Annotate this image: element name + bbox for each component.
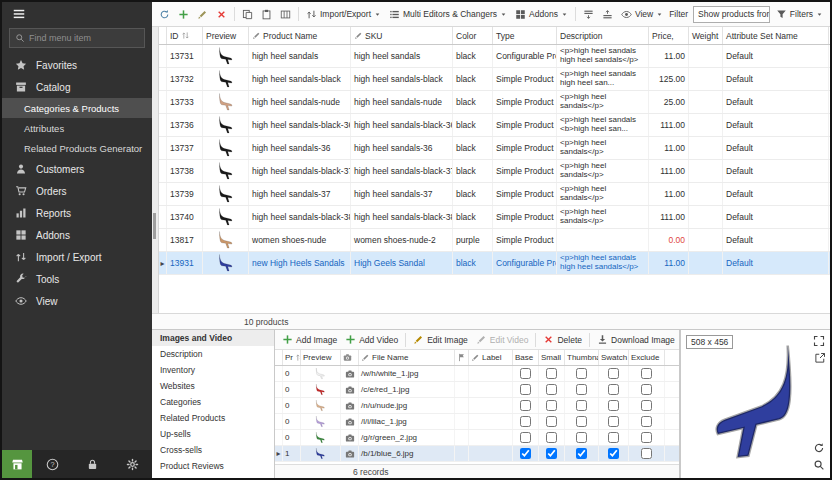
product-row-13736[interactable]: 13736high heel sandals-black-36high heel… bbox=[159, 114, 830, 137]
menu-icon[interactable] bbox=[12, 7, 26, 21]
sidebar-item-view[interactable]: View bbox=[2, 290, 152, 312]
column-header-label[interactable]: Label bbox=[469, 350, 513, 365]
product-row-13740[interactable]: 13740high heel sandals-black-38high heel… bbox=[159, 206, 830, 229]
tab-images-and-video[interactable]: Images and Video bbox=[152, 330, 274, 346]
swatch-checkbox[interactable] bbox=[608, 384, 619, 395]
image-row-6[interactable]: ▸1/b/1/blue_6.jpg bbox=[275, 446, 679, 462]
thumbnail-checkbox[interactable] bbox=[576, 400, 587, 411]
image-row-3[interactable]: 0/n/u/nude.jpg bbox=[275, 398, 679, 414]
edit-product-button[interactable] bbox=[194, 7, 211, 22]
image-row-5[interactable]: 0/g/r/green_2.jpg bbox=[275, 430, 679, 446]
filter-select[interactable]: Show products from selected categories bbox=[693, 6, 770, 23]
exclude-checkbox[interactable] bbox=[641, 448, 652, 459]
column-header-thumbna[interactable]: Thumbna bbox=[565, 350, 599, 365]
exclude-checkbox[interactable] bbox=[641, 384, 652, 395]
lock-icon[interactable] bbox=[72, 458, 112, 471]
add-product-button[interactable] bbox=[175, 7, 192, 22]
sidebar-item-customers[interactable]: Customers bbox=[2, 158, 152, 180]
menu-search[interactable] bbox=[9, 28, 145, 48]
sidebar-subitem-related-products-generator[interactable]: Related Products Generator bbox=[2, 138, 152, 158]
multi-editors-menu-button[interactable]: Multi Editors & Changers bbox=[386, 7, 510, 22]
column-header-preview[interactable]: Preview bbox=[203, 27, 249, 44]
exclude-checkbox[interactable] bbox=[641, 432, 652, 443]
base-checkbox[interactable] bbox=[520, 448, 531, 459]
collapse-all-button[interactable] bbox=[599, 7, 616, 22]
exclude-checkbox[interactable] bbox=[641, 368, 652, 379]
sidebar-item-addons[interactable]: Addons bbox=[2, 224, 152, 246]
thumbnail-checkbox[interactable] bbox=[576, 448, 587, 459]
fullscreen-icon[interactable] bbox=[813, 335, 825, 347]
gear-icon[interactable] bbox=[112, 458, 152, 471]
column-header-weight[interactable]: Weight bbox=[689, 27, 723, 44]
expand-all-button[interactable] bbox=[580, 7, 597, 22]
column-header-flag-icon[interactable] bbox=[455, 350, 469, 365]
column-chooser-button[interactable] bbox=[277, 7, 294, 22]
sidebar-item-orders[interactable]: Orders bbox=[2, 180, 152, 202]
delete-product-button[interactable] bbox=[213, 7, 230, 22]
sidebar-item-import-export[interactable]: Import / Export bbox=[2, 246, 152, 268]
tab-product-reviews[interactable]: Product Reviews bbox=[152, 458, 274, 474]
base-checkbox[interactable] bbox=[520, 384, 531, 395]
edit-video-button[interactable]: Edit Video bbox=[473, 333, 532, 346]
splitter-handle[interactable] bbox=[153, 213, 156, 239]
product-row-13737[interactable]: 13737high heel sandals-36high heel sanda… bbox=[159, 137, 830, 160]
swatch-checkbox[interactable] bbox=[608, 400, 619, 411]
edit-image-button[interactable]: Edit Image bbox=[410, 333, 471, 346]
column-header-small[interactable]: Small bbox=[539, 350, 565, 365]
exclude-checkbox[interactable] bbox=[641, 400, 652, 411]
sidebar-subitem-attributes[interactable]: Attributes bbox=[2, 118, 152, 138]
tab-inventory[interactable]: Inventory bbox=[152, 362, 274, 378]
open-external-icon[interactable] bbox=[814, 352, 826, 364]
filters-menu-button[interactable]: Filters bbox=[773, 7, 826, 22]
column-header-sku[interactable]: SKU bbox=[351, 27, 453, 44]
store-icon[interactable] bbox=[2, 450, 32, 478]
sidebar-item-reports[interactable]: Reports bbox=[2, 202, 152, 224]
view-menu-button[interactable]: View bbox=[618, 7, 666, 22]
column-header-color[interactable]: Color bbox=[453, 27, 493, 44]
sidebar-item-catalog[interactable]: Catalog bbox=[2, 76, 152, 98]
swatch-checkbox[interactable] bbox=[608, 448, 619, 459]
add-video-button[interactable]: Add Video bbox=[342, 333, 401, 346]
column-header-preview[interactable]: Preview bbox=[301, 350, 341, 365]
copy-button[interactable] bbox=[239, 7, 256, 22]
tab-description[interactable]: Description bbox=[152, 346, 274, 362]
panel-splitter[interactable] bbox=[152, 27, 159, 313]
column-header-pr[interactable]: Pr bbox=[283, 350, 301, 365]
base-checkbox[interactable] bbox=[520, 368, 531, 379]
image-row-4[interactable]: 0/l/i/lilac_1.jpg bbox=[275, 414, 679, 430]
download-image-button[interactable]: Download Image bbox=[594, 333, 678, 346]
thumbnail-checkbox[interactable] bbox=[576, 384, 587, 395]
product-row-13739[interactable]: 13739high heel sandals-37high heel sanda… bbox=[159, 183, 830, 206]
tab-up-sells[interactable]: Up-sells bbox=[152, 426, 274, 442]
swatch-checkbox[interactable] bbox=[608, 368, 619, 379]
product-row-13731[interactable]: 13731high heel sandalshigh heel sandalsb… bbox=[159, 45, 830, 68]
sidebar-subitem-categories-products[interactable]: Categories & Products bbox=[2, 98, 152, 118]
menu-search-input[interactable] bbox=[29, 33, 139, 43]
thumbnail-checkbox[interactable] bbox=[576, 416, 587, 427]
tab-cross-sells[interactable]: Cross-sells bbox=[152, 442, 274, 458]
column-header-swatch[interactable]: Swatch bbox=[599, 350, 629, 365]
help-icon[interactable]: ? bbox=[32, 458, 72, 471]
tab-websites[interactable]: Websites bbox=[152, 378, 274, 394]
refresh-preview-icon[interactable] bbox=[813, 442, 825, 454]
small-checkbox[interactable] bbox=[546, 368, 557, 379]
addons-menu-button[interactable]: Addons bbox=[512, 7, 571, 22]
small-checkbox[interactable] bbox=[546, 384, 557, 395]
sidebar-item-favorites[interactable]: Favorites bbox=[2, 54, 152, 76]
sidebar-item-tools[interactable]: Tools bbox=[2, 268, 152, 290]
thumbnail-checkbox[interactable] bbox=[576, 368, 587, 379]
tab-categories[interactable]: Categories bbox=[152, 394, 274, 410]
product-row-13733[interactable]: 13733high heel sandals-nudehigh heel san… bbox=[159, 91, 830, 114]
product-row-13931[interactable]: ▸13931new High Heels SandalsHigh Geels S… bbox=[159, 252, 830, 275]
base-checkbox[interactable] bbox=[520, 432, 531, 443]
product-row-13817[interactable]: 13817women shoes-nudewomen shoes-nude-2p… bbox=[159, 229, 830, 252]
column-header-description[interactable]: Description bbox=[557, 27, 649, 44]
product-row-13732[interactable]: 13732high heel sandals-blackhigh heel sa… bbox=[159, 68, 830, 91]
column-header-exclude[interactable]: Exclude bbox=[629, 350, 665, 365]
import-export-menu-button[interactable]: Import/Export bbox=[303, 7, 384, 22]
column-header-id[interactable]: ID bbox=[167, 27, 203, 44]
column-header-base[interactable]: Base bbox=[513, 350, 539, 365]
column-header-price[interactable]: Price, bbox=[649, 27, 689, 44]
swatch-checkbox[interactable] bbox=[608, 416, 619, 427]
swatch-checkbox[interactable] bbox=[608, 432, 619, 443]
